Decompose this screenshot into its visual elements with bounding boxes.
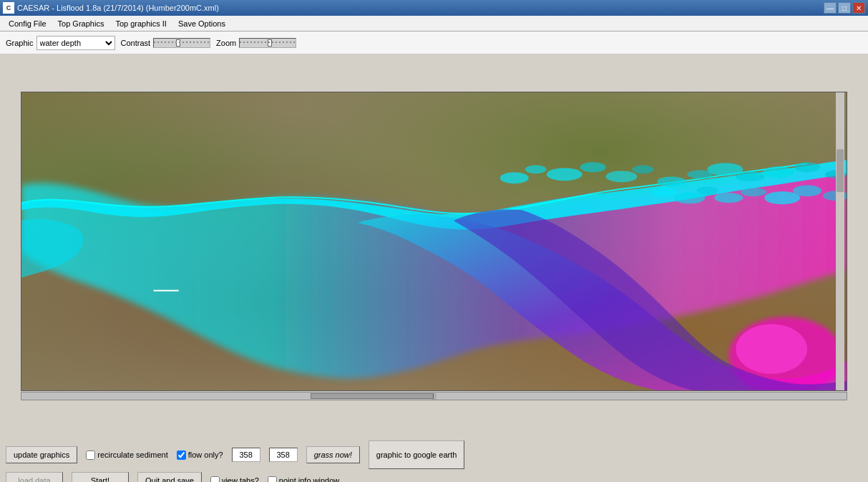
menu-top-graphics[interactable]: Top Graphics	[52, 18, 110, 29]
graphic-label: Graphic	[6, 39, 34, 47]
svg-point-3	[525, 165, 547, 174]
recirculate-text: recirculate sediment	[97, 450, 167, 459]
map-canvas[interactable]	[21, 92, 847, 391]
menu-top-graphics-2[interactable]: Top graphics II	[109, 18, 172, 29]
map-scrollbar-thumb[interactable]	[311, 393, 434, 399]
flow-only-text: flow only?	[188, 450, 223, 459]
svg-point-5	[580, 163, 606, 173]
svg-point-8	[657, 176, 686, 186]
update-graphics-button[interactable]: update graphics	[6, 446, 77, 463]
google-earth-button[interactable]: graphic to google earth	[369, 440, 465, 469]
svg-point-11	[736, 171, 764, 181]
svg-point-7	[633, 165, 654, 174]
view-tabs-label[interactable]: view tabs?	[210, 476, 259, 483]
value2-field[interactable]	[269, 448, 298, 462]
map-scrollbar[interactable]: |||	[21, 392, 847, 400]
close-button[interactable]: ✕	[852, 2, 865, 14]
maximize-button[interactable]: □	[838, 2, 851, 14]
bottom-controls: update graphics recirculate sediment flo…	[0, 438, 868, 482]
svg-point-19	[741, 188, 766, 196]
zoom-section: Zoom	[216, 38, 296, 48]
svg-rect-25	[837, 150, 844, 193]
contrast-label: Contrast	[121, 39, 151, 47]
zoom-label: Zoom	[216, 39, 236, 47]
view-tabs-checkbox[interactable]	[210, 476, 220, 483]
menu-bar: Config File Top Graphics Top graphics II…	[0, 16, 868, 32]
svg-point-21	[793, 185, 821, 196]
menu-config-file[interactable]: Config File	[3, 18, 52, 29]
main-area: |||	[0, 54, 868, 438]
load-data-button[interactable]: load data	[6, 472, 63, 482]
contrast-thumb[interactable]	[176, 39, 180, 47]
svg-point-13	[794, 163, 820, 173]
map-overlay	[21, 92, 847, 390]
minimize-button[interactable]: —	[824, 2, 837, 14]
svg-point-18	[714, 193, 743, 203]
app-icon: C	[3, 2, 14, 14]
svg-point-12	[763, 167, 794, 178]
svg-rect-24	[836, 92, 844, 390]
contrast-section: Contrast	[121, 38, 211, 48]
value1-field[interactable]	[232, 448, 260, 462]
toolbar: Graphic water depth elevation sediment v…	[0, 32, 868, 54]
title-bar-left: C CAESAR - Lisflood 1.8a (21/7/2014) (Hu…	[3, 2, 219, 14]
flow-only-label[interactable]: flow only?	[177, 450, 223, 460]
svg-point-6	[606, 170, 638, 182]
zoom-thumb[interactable]	[268, 39, 272, 47]
point-info-checkbox[interactable]	[268, 476, 277, 483]
quit-save-button[interactable]: Quit and save	[137, 472, 202, 482]
title-text: CAESAR - Lisflood 1.8a (21/7/2014) (Humb…	[17, 4, 219, 12]
title-bar: C CAESAR - Lisflood 1.8a (21/7/2014) (Hu…	[0, 0, 868, 16]
svg-point-17	[696, 186, 718, 195]
controls-row1: update graphics recirculate sediment flo…	[6, 440, 862, 469]
recirculate-checkbox[interactable]	[86, 450, 95, 460]
scrollbar-label: |||	[431, 392, 437, 400]
contrast-slider[interactable]	[153, 38, 210, 48]
title-controls: — □ ✕	[824, 2, 865, 14]
svg-point-4	[547, 168, 582, 180]
svg-point-10	[707, 163, 743, 176]
menu-save-options[interactable]: Save Options	[172, 18, 231, 29]
flow-only-checkbox[interactable]	[177, 450, 186, 460]
recirculate-sediment-label[interactable]: recirculate sediment	[86, 450, 167, 460]
svg-point-1	[736, 324, 807, 374]
view-tabs-text: view tabs?	[222, 476, 259, 482]
controls-row2: load data Start! Quit and save view tabs…	[6, 472, 862, 482]
grass-button[interactable]: grass now!	[306, 446, 360, 463]
start-button[interactable]: Start!	[72, 472, 129, 482]
svg-point-15	[651, 187, 677, 197]
zoom-slider[interactable]	[239, 38, 296, 48]
point-info-text: point info window	[279, 476, 339, 482]
graphic-section: Graphic water depth elevation sediment v…	[6, 36, 115, 50]
point-info-label[interactable]: point info window	[268, 476, 339, 483]
graphic-select[interactable]: water depth elevation sediment velocity	[36, 36, 115, 50]
svg-point-2	[500, 172, 529, 183]
